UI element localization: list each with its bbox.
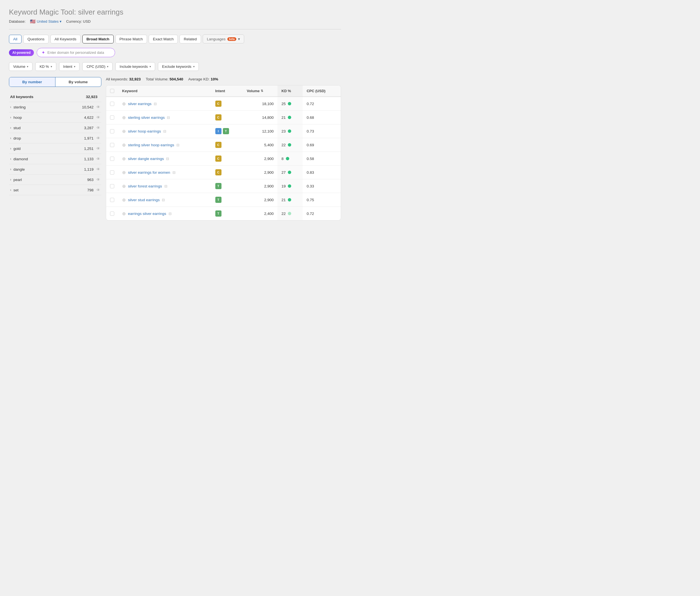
cpc-value: 0.73 xyxy=(303,124,341,138)
volume-column-header[interactable]: Volume ⇅ xyxy=(243,85,278,97)
keyword-link[interactable]: silver dangle earrings xyxy=(128,157,164,161)
tab-questions[interactable]: Questions xyxy=(23,35,49,44)
keyword-link[interactable]: sterling silver earrings xyxy=(128,116,165,120)
table-row: ⊕silver hoop earrings⊟IT12,100230.73 xyxy=(106,124,341,138)
row-checkbox[interactable] xyxy=(110,184,114,188)
table-row: ⊕silver stud earrings⊟T2,900210.75 xyxy=(106,193,341,207)
sidebar-item-sterling[interactable]: › sterling 10,542 👁 xyxy=(9,102,101,113)
cpc-value: 0.83 xyxy=(303,166,341,179)
us-flag-icon: 🇺🇸 xyxy=(30,19,35,24)
sort-by-number-button[interactable]: By number xyxy=(9,77,55,86)
add-keyword-icon[interactable]: ⊕ xyxy=(122,101,126,106)
sidebar-item-diamond[interactable]: › diamond 1,133 👁 xyxy=(9,154,101,164)
keyword-link[interactable]: silver hoop earrings xyxy=(128,129,161,133)
filters-row: Volume ▾ KD % ▾ Intent ▾ CPC (USD) ▾ Inc… xyxy=(9,62,341,71)
kd-value: 21 xyxy=(281,116,286,120)
sidebar-item-stud[interactable]: › stud 3,287 👁 xyxy=(9,123,101,133)
row-checkbox[interactable] xyxy=(110,198,114,202)
volume-value: 2,900 xyxy=(243,193,278,207)
table-row: ⊕silver earrings for women⊟C2,900270.83 xyxy=(106,166,341,179)
intent-badge: C xyxy=(215,169,222,175)
stats-row: All keywords: 32,923 Total Volume: 504,5… xyxy=(106,77,341,81)
add-keyword-icon[interactable]: ⊕ xyxy=(122,197,126,203)
sidebar-item-hoop[interactable]: › hoop 4,622 👁 xyxy=(9,113,101,123)
add-keyword-icon[interactable]: ⊕ xyxy=(122,156,126,162)
row-checkbox[interactable] xyxy=(110,129,114,133)
sidebar-item-gold[interactable]: › gold 1,251 👁 xyxy=(9,144,101,154)
row-checkbox[interactable] xyxy=(110,116,114,120)
add-keyword-icon[interactable]: ⊕ xyxy=(122,170,126,175)
keyword-link[interactable]: earrings silver earrings xyxy=(128,212,166,216)
sidebar-item-drop[interactable]: › drop 1,971 👁 xyxy=(9,133,101,144)
volume-filter[interactable]: Volume ▾ xyxy=(9,62,32,71)
ai-domain-input[interactable]: ✦ Enter domain for personalized data xyxy=(37,48,115,57)
tab-all[interactable]: All xyxy=(9,35,22,44)
row-checkbox[interactable] xyxy=(110,212,114,216)
keyword-link[interactable]: silver stud earrings xyxy=(128,198,160,202)
include-keywords-filter[interactable]: Include keywords ▾ xyxy=(115,62,155,71)
table-area: All keywords: 32,923 Total Volume: 504,5… xyxy=(106,77,341,221)
intent-filter[interactable]: Intent ▾ xyxy=(59,62,80,71)
tab-all-keywords[interactable]: All Keywords xyxy=(50,35,81,44)
tab-exact-match[interactable]: Exact Match xyxy=(149,35,178,44)
table-icon: ⊟ xyxy=(173,170,176,175)
database-selector[interactable]: 🇺🇸 United States ▾ xyxy=(30,19,61,24)
sidebar-item-set[interactable]: › set 798 👁 xyxy=(9,185,101,195)
cpc-value: 0.72 xyxy=(303,207,341,221)
main-content: By number By volume All keywords 32,923 … xyxy=(9,77,341,221)
table-row: ⊕sterling silver earrings⊟C14,800210.68 xyxy=(106,111,341,124)
cpc-value: 0.68 xyxy=(303,111,341,124)
intent-badge: T xyxy=(215,183,222,189)
chevron-right-icon: › xyxy=(10,167,11,171)
sort-by-volume-button[interactable]: By volume xyxy=(55,77,101,86)
sidebar-list: All keywords 32,923 › sterling 10,542 👁 … xyxy=(9,92,101,195)
select-all-checkbox[interactable] xyxy=(110,89,114,93)
keyword-table: Keyword Intent Volume ⇅ KD % CPC (USD) xyxy=(106,85,341,221)
row-checkbox[interactable] xyxy=(110,143,114,147)
add-keyword-icon[interactable]: ⊕ xyxy=(122,183,126,189)
kd-dot xyxy=(288,102,291,105)
table-row: ⊕silver forest earrings⊟T2,900190.33 xyxy=(106,179,341,193)
cpc-value: 0.75 xyxy=(303,193,341,207)
eye-icon: 👁 xyxy=(96,188,100,192)
keyword-link[interactable]: silver forest earrings xyxy=(128,184,162,188)
sidebar-item-pearl[interactable]: › pearl 963 👁 xyxy=(9,175,101,185)
add-keyword-icon[interactable]: ⊕ xyxy=(122,129,126,134)
row-checkbox[interactable] xyxy=(110,157,114,161)
add-keyword-icon[interactable]: ⊕ xyxy=(122,115,126,120)
tab-related[interactable]: Related xyxy=(180,35,201,44)
add-keyword-icon[interactable]: ⊕ xyxy=(122,142,126,148)
kd-value: 23 xyxy=(281,129,286,133)
page-title: Keyword Magic Tool: silver earrings xyxy=(9,8,341,17)
eye-icon: 👁 xyxy=(96,167,100,172)
tab-phrase-match[interactable]: Phrase Match xyxy=(115,35,147,44)
chevron-down-icon: ▾ xyxy=(60,19,61,24)
eye-icon: 👁 xyxy=(96,126,100,130)
sidebar-item-all-keywords[interactable]: All keywords 32,923 xyxy=(9,92,101,102)
row-checkbox[interactable] xyxy=(110,170,114,175)
volume-value: 2,400 xyxy=(243,207,278,221)
chevron-right-icon: › xyxy=(10,126,11,130)
chevron-down-icon: ▾ xyxy=(27,65,28,68)
keyword-link[interactable]: silver earrings for women xyxy=(128,170,170,175)
keyword-link[interactable]: sterling silver hoop earrings xyxy=(128,143,174,147)
add-keyword-icon[interactable]: ⊕ xyxy=(122,211,126,216)
sidebar-item-dangle[interactable]: › dangle 1,119 👁 xyxy=(9,164,101,175)
keyword-link[interactable]: silver earrings xyxy=(128,102,152,106)
exclude-keywords-filter[interactable]: Exclude keywords ▾ xyxy=(158,62,199,71)
cpc-value: 0.69 xyxy=(303,138,341,152)
intent-column-header: Intent xyxy=(211,85,243,97)
tab-broad-match[interactable]: Broad Match xyxy=(82,35,114,44)
row-checkbox[interactable] xyxy=(110,102,114,106)
intent-badge: C xyxy=(215,114,222,121)
volume-value: 2,900 xyxy=(243,179,278,193)
intent-badge: I xyxy=(215,128,222,134)
kd-dot xyxy=(286,157,289,160)
cpc-filter[interactable]: CPC (USD) ▾ xyxy=(82,62,112,71)
chevron-down-icon: ▾ xyxy=(74,65,75,68)
tab-languages[interactable]: Languages beta ▾ xyxy=(203,34,244,44)
kd-value: 19 xyxy=(281,184,286,188)
kd-dot xyxy=(288,171,291,174)
intent-badge: C xyxy=(215,155,222,162)
kd-filter[interactable]: KD % ▾ xyxy=(35,62,56,71)
